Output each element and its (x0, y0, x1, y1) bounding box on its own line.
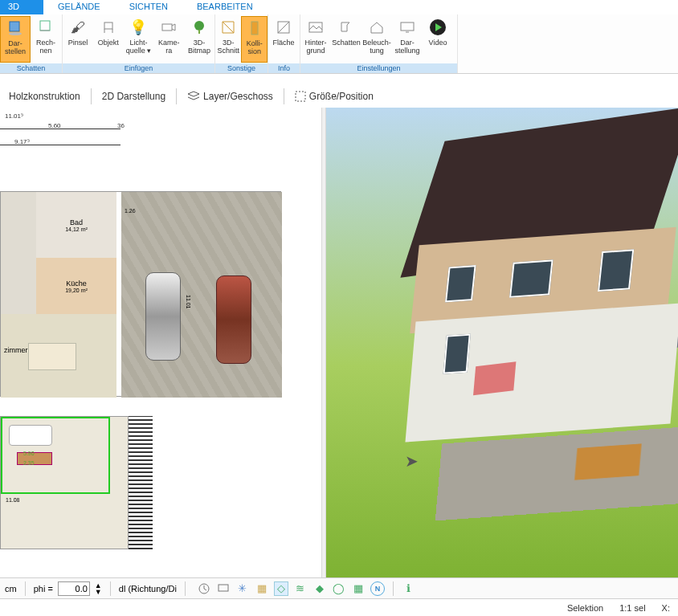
ribbon-darstellung[interactable]: Dar- stellung (392, 16, 423, 63)
grass-strip (129, 416, 153, 549)
stepper-icon[interactable]: ▲▼ (95, 582, 102, 595)
collision-icon (245, 18, 264, 38)
ribbon-label: Video (429, 39, 447, 47)
window-icon (445, 265, 476, 302)
ribbon-rechnen[interactable]: Rech- nen (31, 16, 61, 63)
ribbon-video[interactable]: Video (423, 16, 453, 63)
dl-label: dl (Richtung/Di (119, 584, 177, 594)
ribbon-hintergrund[interactable]: Hinter- grund (300, 16, 331, 63)
ribbon-group-info: Info (268, 63, 300, 73)
ribbon-label: Pinsel (68, 39, 88, 47)
ribbon-3dbitmap[interactable]: 3D- Bitmap (184, 16, 214, 63)
tab-3d[interactable]: 3D (0, 0, 43, 14)
ribbon-group-schatten: Schatten (0, 63, 62, 73)
tab-sichten[interactable]: SICHTEN (115, 0, 182, 14)
svg-rect-4 (162, 24, 172, 31)
separator (284, 88, 284, 104)
dim-label: 36 (117, 122, 125, 129)
ribbon-objekt[interactable]: Objekt (93, 16, 124, 63)
window-icon (598, 249, 634, 292)
svg-rect-2 (40, 21, 50, 31)
room-bad: Bad 14,12 m² (36, 192, 116, 258)
layers-icon (187, 91, 200, 102)
grid-icon[interactable]: ▦ (351, 581, 366, 596)
status-selektion: Selektion (567, 603, 603, 613)
ribbon-label: Kolli- sion (247, 39, 263, 55)
3d-viewport[interactable]: ➤ (326, 108, 678, 577)
ribbon-group-einstellungen: Einstellungen (300, 63, 457, 73)
ribbon-kollision[interactable]: Kolli- sion (241, 16, 268, 63)
window-icon (509, 259, 553, 297)
chair-icon (99, 18, 118, 37)
ribbon-kamera[interactable]: Kame- ra (153, 16, 184, 63)
btn-layer-geschoss[interactable]: Layer/Geschoss (180, 87, 280, 106)
lightbulb-icon: 💡 (129, 18, 148, 37)
tab-gelaende[interactable]: GELÄNDE (43, 0, 115, 14)
btn-holzkonstruktion[interactable]: Holzkonstruktion (2, 87, 88, 106)
svg-rect-12 (296, 92, 305, 101)
ribbon-lichtquelle[interactable]: 💡 Licht- quelle ▾ (124, 16, 154, 63)
floorplan-main: Bad 14,12 m² Küche 19,20 m² zimmer 1.26 … (0, 191, 281, 397)
layers-icon[interactable]: ▦ (255, 581, 269, 596)
separator (176, 88, 177, 104)
ribbon: Dar- stellen Rech- nen Schatten 🖌 Pinsel… (0, 14, 678, 74)
tab-bearbeiten[interactable]: BEARBEITEN (182, 0, 268, 14)
content-area: 11.01⁵ 5.60 36 9.17⁵ Bad 14,12 m² Küche … (0, 108, 678, 577)
separator (393, 581, 394, 596)
house-3d (390, 132, 672, 501)
ribbon-pinsel[interactable]: 🖌 Pinsel (63, 16, 93, 63)
house-light-icon (367, 18, 386, 37)
btn-2d-darstellung[interactable]: 2D Darstellung (95, 87, 173, 106)
room-name: zimmer (4, 346, 28, 354)
cube-shadow-icon (6, 18, 25, 38)
svg-rect-7 (251, 22, 258, 35)
dim-label: 11.01⁵ (5, 112, 23, 120)
brush-icon: 🖌 (68, 18, 88, 37)
phi-input[interactable] (58, 581, 90, 596)
btn-groesse-position[interactable]: Größe/Position (288, 87, 381, 106)
separator (110, 581, 111, 596)
outdoor-table-icon (574, 443, 641, 479)
ribbon-3dschnitt[interactable]: 3D- Schnitt (215, 16, 241, 63)
area-icon (274, 18, 293, 37)
dim-label: 9.17⁵ (14, 138, 30, 145)
unit-label: cm (5, 584, 17, 594)
plan-dimensions: 11.01⁵ 5.60 36 9.17⁵ (0, 108, 321, 156)
room-name: Küche (66, 279, 87, 288)
info-icon[interactable]: ℹ (402, 581, 416, 596)
dim-label: 11.08 (6, 497, 20, 503)
floorplan-pane[interactable]: 11.01⁵ 5.60 36 9.17⁵ Bad 14,12 m² Küche … (0, 108, 321, 577)
snap-diamond-icon[interactable]: ◆ (312, 581, 327, 596)
ribbon-group-einfuegen: Einfügen (63, 63, 214, 73)
connect-icon[interactable]: ✳ (235, 581, 250, 596)
circle-icon[interactable]: ◯ (332, 581, 346, 596)
monitor-icon[interactable] (216, 581, 231, 596)
ribbon-label: Kame- ra (158, 39, 180, 55)
phi-label: phi = (34, 584, 53, 594)
ribbon-beleuchtung[interactable]: Beleuch- tung (361, 16, 392, 63)
snap-layers-icon[interactable]: ≋ (293, 581, 308, 596)
ribbon-label: 3D- Schnitt (217, 39, 239, 55)
ribbon-darstellen[interactable]: Dar- stellen (0, 16, 31, 63)
ribbon-flaeche[interactable]: Fläche (268, 16, 299, 63)
svg-rect-14 (219, 585, 228, 591)
tree-icon (190, 18, 209, 37)
dim-label: 2.35 (23, 460, 35, 466)
ribbon-label: Fläche (272, 39, 294, 47)
snap-plane-icon[interactable]: ◇ (274, 581, 288, 596)
north-icon[interactable]: N (370, 581, 385, 596)
clock-icon[interactable] (197, 581, 211, 596)
bottom-toolbar: cm phi = ▲▼ dl (Richtung/Di ✳ ▦ ◇ ≋ ◆ ◯ … (0, 577, 678, 598)
dim-label: 5.60 (48, 122, 61, 129)
house-terrace (435, 426, 678, 520)
house-lower-wall (405, 303, 678, 442)
btn-label: Layer/Geschoss (203, 91, 273, 102)
ribbon-schatten[interactable]: Schatten (331, 16, 361, 63)
sofa-icon (9, 425, 52, 446)
separator (91, 88, 92, 104)
svg-point-5 (194, 21, 204, 31)
ribbon-label: Dar- stellung (394, 39, 419, 55)
play-icon (428, 18, 447, 37)
status-x: X: (662, 603, 670, 613)
floorplan-lower: 5.90 2.35 11.08 (0, 416, 129, 549)
